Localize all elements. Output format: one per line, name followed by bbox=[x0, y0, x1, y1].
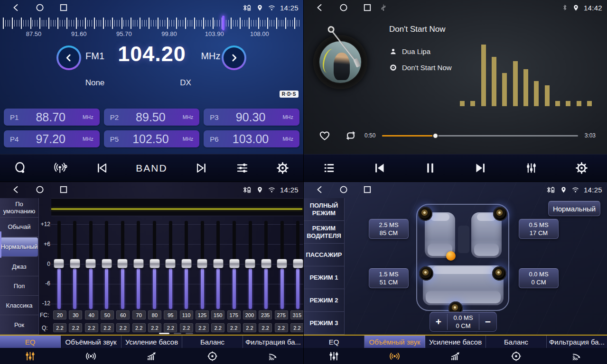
eq-slider-handle[interactable] bbox=[229, 259, 240, 268]
eq-band-slider[interactable] bbox=[69, 219, 81, 310]
eq-slider-handle[interactable] bbox=[277, 259, 287, 268]
back-button[interactable] bbox=[11, 3, 21, 12]
eq-fc-value[interactable]: 200 bbox=[243, 310, 256, 319]
balance-tab-icon[interactable] bbox=[182, 350, 243, 362]
seek-bar[interactable] bbox=[382, 135, 578, 136]
surround-tab-icon[interactable] bbox=[364, 350, 425, 362]
next-track-icon[interactable] bbox=[474, 161, 487, 175]
sound-mode-item[interactable]: ПАССАЖИР bbox=[304, 244, 344, 266]
eq-q-value[interactable]: 2.2 bbox=[53, 323, 66, 332]
favorite-heart-icon[interactable] bbox=[318, 129, 331, 142]
eq-fc-value[interactable]: 110 bbox=[180, 310, 193, 319]
preset-button-4[interactable]: P497.20MHz bbox=[4, 130, 100, 147]
eq-preset-item[interactable]: По умолчанию bbox=[0, 198, 38, 218]
eq-band-slider[interactable] bbox=[244, 219, 256, 310]
rear-right-delay-button[interactable]: 0.0 MS0 CM bbox=[519, 268, 559, 288]
eq-band-slider[interactable] bbox=[292, 219, 304, 310]
eq-q-value[interactable]: 2.2 bbox=[290, 323, 304, 332]
band-button[interactable]: BAND bbox=[136, 163, 167, 174]
tab-eq[interactable]: EQ bbox=[0, 336, 61, 348]
eq-band-slider[interactable] bbox=[53, 219, 65, 310]
eq-band-slider[interactable] bbox=[276, 219, 288, 310]
rear-bench-seat[interactable] bbox=[423, 265, 504, 305]
tab-bass-boost[interactable]: Усиление басов bbox=[425, 336, 486, 348]
eq-fc-value[interactable]: 125 bbox=[196, 310, 209, 319]
rear-left-speaker-icon[interactable] bbox=[419, 266, 433, 281]
back-button[interactable] bbox=[315, 3, 325, 12]
eq-q-value[interactable]: 2.2 bbox=[101, 323, 114, 332]
sound-mode-item[interactable]: РЕЖИМ 1 bbox=[304, 266, 344, 289]
eq-q-value[interactable]: 2.2 bbox=[243, 323, 256, 332]
eq-q-value[interactable]: 2.2 bbox=[259, 323, 272, 332]
settings-gear-icon[interactable] bbox=[575, 161, 588, 175]
eq-q-value[interactable]: 2.2 bbox=[211, 323, 224, 332]
tab-balance[interactable]: Баланс bbox=[182, 336, 243, 348]
previous-station-icon[interactable] bbox=[95, 161, 109, 175]
faders-icon[interactable] bbox=[524, 161, 538, 175]
back-button[interactable] bbox=[11, 185, 21, 194]
next-station-icon[interactable] bbox=[195, 161, 208, 175]
preset-button-1[interactable]: P188.70MHz bbox=[4, 109, 100, 126]
recents-button[interactable] bbox=[59, 3, 68, 12]
eq-fc-value[interactable]: 175 bbox=[227, 310, 241, 319]
eq-slider-handle[interactable] bbox=[54, 259, 64, 268]
back-button[interactable] bbox=[315, 185, 325, 194]
eq-fc-value[interactable]: 50 bbox=[101, 310, 114, 319]
eq-slider-handle[interactable] bbox=[245, 259, 255, 268]
preset-button-6[interactable]: P6103.00MHz bbox=[204, 130, 299, 147]
eq-q-value[interactable]: 2.2 bbox=[227, 323, 241, 332]
eq-band-slider[interactable] bbox=[213, 219, 224, 310]
bass-boost-tab-icon[interactable] bbox=[425, 350, 486, 362]
broadcast-icon[interactable] bbox=[54, 161, 68, 175]
eq-fc-value[interactable]: 20 bbox=[53, 310, 66, 319]
increase-delay-button[interactable]: + bbox=[430, 316, 447, 328]
tab-eq[interactable]: EQ bbox=[304, 336, 364, 348]
recents-button[interactable] bbox=[363, 3, 372, 12]
sound-mode-item[interactable]: ПОЛНЫЙ РЕЖИМ bbox=[304, 198, 344, 221]
eq-preset-item[interactable]: Джаз bbox=[0, 257, 38, 277]
eq-preset-item[interactable]: Классика bbox=[0, 296, 38, 315]
eq-slider-handle[interactable] bbox=[293, 259, 303, 268]
balance-tab-icon[interactable] bbox=[486, 350, 546, 362]
eq-preset-item[interactable]: Нормальный bbox=[0, 237, 38, 257]
filtering-tab-icon[interactable] bbox=[243, 350, 303, 362]
eq-band-slider[interactable] bbox=[165, 219, 176, 310]
eq-tab-icon[interactable] bbox=[0, 350, 61, 362]
settings-gear-icon[interactable] bbox=[276, 161, 289, 175]
car-cabin-diagram[interactable] bbox=[416, 204, 509, 311]
eq-q-value[interactable]: 2.2 bbox=[69, 323, 82, 332]
scan-icon[interactable] bbox=[13, 161, 27, 175]
eq-preset-item[interactable]: Поп bbox=[0, 276, 38, 296]
eq-fc-value[interactable]: 95 bbox=[164, 310, 177, 319]
tune-up-button[interactable] bbox=[222, 46, 246, 70]
filtering-tab-icon[interactable] bbox=[546, 350, 607, 362]
eq-slider-handle[interactable] bbox=[197, 259, 207, 268]
decrease-delay-button[interactable]: − bbox=[479, 316, 496, 328]
playlist-icon[interactable] bbox=[322, 161, 336, 175]
eq-band-slider[interactable] bbox=[101, 219, 112, 310]
sound-mode-item[interactable]: РЕЖИМ 3 bbox=[304, 312, 344, 335]
tab-surround[interactable]: Объёмный звук bbox=[61, 336, 121, 348]
front-right-speaker-icon[interactable] bbox=[493, 207, 507, 221]
eq-slider-handle[interactable] bbox=[213, 259, 224, 268]
eq-band-slider[interactable] bbox=[149, 219, 160, 310]
eq-q-value[interactable]: 2.2 bbox=[196, 323, 209, 332]
eq-fc-value[interactable]: 60 bbox=[116, 310, 130, 319]
listening-position-marker[interactable] bbox=[446, 251, 456, 261]
sound-preset-button[interactable]: Нормальный bbox=[548, 201, 600, 216]
eq-q-value[interactable]: 2.2 bbox=[180, 323, 193, 332]
front-left-speaker-icon[interactable] bbox=[418, 207, 432, 221]
eq-band-slider[interactable] bbox=[85, 219, 96, 310]
repeat-icon[interactable] bbox=[344, 128, 358, 143]
eq-slider-handle[interactable] bbox=[133, 259, 144, 268]
eq-fc-value[interactable]: 40 bbox=[85, 310, 98, 319]
eq-band-slider[interactable] bbox=[181, 219, 192, 310]
eq-q-value[interactable]: 2.2 bbox=[164, 323, 177, 332]
eq-preset-item[interactable]: Обычай bbox=[0, 218, 38, 237]
eq-q-value[interactable]: 2.2 bbox=[85, 323, 98, 332]
eq-fc-value[interactable]: 315 bbox=[290, 310, 304, 319]
eq-band-slider[interactable] bbox=[229, 219, 240, 310]
home-button[interactable] bbox=[35, 185, 45, 194]
eq-fc-value[interactable]: 235 bbox=[259, 310, 272, 319]
eq-band-slider[interactable] bbox=[117, 219, 128, 310]
